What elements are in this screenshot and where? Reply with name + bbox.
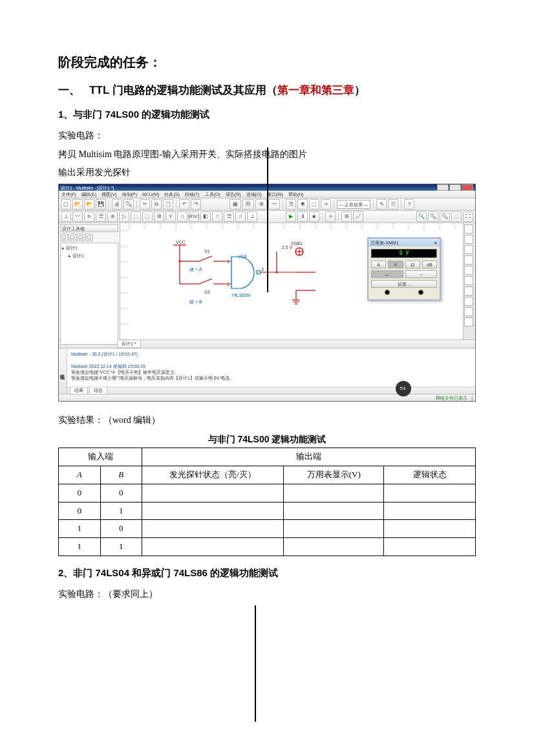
comp12-icon[interactable]: MSC [189, 211, 199, 222]
instr-icon[interactable] [464, 224, 473, 233]
menu-item[interactable]: 报告(R) [226, 191, 241, 198]
zoom-fit-icon[interactable]: 🔍 [440, 211, 450, 222]
meter-btn-ohm[interactable]: Ω [405, 261, 420, 268]
text-icon[interactable]: 田 [242, 199, 254, 210]
comp13-icon[interactable]: ◧ [200, 211, 211, 222]
comp11-icon[interactable]: ⎍ [177, 211, 187, 222]
open-icon[interactable]: 📂 [72, 199, 83, 210]
menu-item[interactable]: 绘制(P) [122, 191, 137, 198]
meter-terminal-minus[interactable] [418, 290, 423, 295]
menu-item[interactable]: 选项(O) [246, 191, 262, 198]
instr-icon[interactable] [464, 307, 473, 316]
tool2-icon[interactable]: ✱ [297, 199, 308, 210]
instr-icon[interactable] [464, 266, 473, 275]
tool3-icon[interactable]: ⬚ [309, 199, 319, 210]
menu-item[interactable]: 工具(O) [205, 191, 220, 198]
open2-icon[interactable]: 📂 [84, 199, 94, 210]
meter-titlebar[interactable]: 万用表-XMM1 ✕ [368, 239, 440, 246]
analysis-icon[interactable]: ⊞ [341, 211, 352, 222]
menu-item[interactable]: MCU(M) [142, 191, 159, 198]
stop-button[interactable]: ■ [309, 211, 319, 222]
menu-item[interactable]: 转移(T) [185, 191, 200, 198]
sb-icon[interactable]: ▢ [77, 233, 85, 241]
menu-item[interactable]: 视图(V) [101, 191, 116, 198]
meter-btn-dc[interactable]: — [371, 270, 403, 278]
save-icon[interactable]: 💾 [96, 199, 106, 210]
measure-icon[interactable]: ☷ [388, 199, 398, 210]
tree-root[interactable]: 设计1 [66, 246, 78, 250]
instr-icon[interactable] [464, 297, 473, 306]
new-icon[interactable]: ▢ [61, 199, 71, 210]
tree-child[interactable]: 设计1 [72, 254, 84, 258]
comp10-icon[interactable]: Y [166, 211, 176, 222]
paste-icon[interactable]: 📋 [163, 199, 173, 210]
redo-icon[interactable]: ↷ [191, 199, 201, 210]
meter-set-button[interactable]: 设置… [371, 280, 437, 288]
scope-icon[interactable]: 〰 [268, 199, 280, 210]
instr-icon[interactable] [464, 245, 473, 254]
comp4-icon[interactable]: ☰ [96, 211, 106, 222]
tool-icon[interactable]: ☰ [286, 199, 296, 210]
lower-tab-nets[interactable]: 综合 [89, 387, 107, 394]
menu-item[interactable]: 帮助(H) [288, 191, 304, 198]
comp6-icon[interactable]: ▷ [119, 211, 129, 222]
help-icon[interactable]: ? [404, 199, 414, 210]
instr-icon[interactable] [464, 255, 473, 265]
menu-item[interactable]: 仿真(S) [164, 191, 179, 198]
menu-item[interactable]: 编辑(E) [81, 191, 96, 198]
comp3-icon[interactable]: ⊳ [84, 211, 94, 222]
minimize-button[interactable] [437, 184, 449, 191]
meter-btn-a[interactable]: A [371, 261, 386, 268]
comp2-icon[interactable]: 〰 [72, 211, 83, 222]
sb-icon[interactable]: ▢ [69, 233, 76, 241]
maximize-button[interactable] [449, 184, 461, 191]
fullscreen-icon[interactable]: ⛶ [463, 211, 473, 222]
meter-btn-v[interactable]: V [388, 261, 403, 268]
sb-icon[interactable]: ▢ [60, 233, 68, 241]
close-button[interactable] [462, 184, 473, 191]
comp8-icon[interactable]: ⬚ [142, 211, 153, 222]
component-dropdown[interactable]: --- 正在使用 --- [337, 200, 370, 209]
tab-design1[interactable]: 设计1 * [117, 341, 141, 348]
probe-icon[interactable]: ✎ [376, 199, 387, 210]
zoom-in-icon[interactable]: 🔍 [416, 211, 427, 222]
comp17-icon[interactable]: ⊥ [247, 211, 257, 222]
copy-icon[interactable]: ⧉ [151, 199, 162, 210]
instr-icon[interactable] [464, 235, 473, 244]
comp15-icon[interactable]: ☰ [224, 211, 234, 222]
design-tree[interactable]: ▸ 设计1 ▸ 设计1 [60, 243, 118, 345]
grid-icon[interactable]: ⊞ [255, 199, 267, 210]
undo-icon[interactable]: ↶ [179, 199, 189, 210]
run-button[interactable]: ▶ [286, 211, 296, 222]
meter-btn-ac[interactable]: ~ [405, 270, 438, 278]
meter-terminal-plus[interactable] [385, 290, 390, 295]
zoom-area-icon[interactable]: ⬚ [451, 211, 462, 222]
menu-item[interactable]: 文件(F) [61, 191, 76, 198]
menu-item[interactable]: 窗口(W) [267, 191, 283, 198]
schematic-icon[interactable]: ▦ [230, 199, 241, 210]
cut-icon[interactable]: ✂ [140, 199, 150, 210]
meter-btn-db[interactable]: dB [422, 261, 437, 268]
instr-icon[interactable] [464, 286, 473, 296]
instr-icon[interactable] [464, 276, 473, 285]
print-icon[interactable]: 🖨 [112, 199, 122, 210]
comp14-icon[interactable]: ⎍ [212, 211, 222, 222]
comp1-icon[interactable]: ⊥ [61, 211, 71, 222]
zoom-out-icon[interactable]: 🔍 [428, 211, 438, 222]
graph-icon[interactable]: 📈 [353, 211, 363, 222]
comp9-icon[interactable]: ⊞ [154, 211, 164, 222]
lower-tab-results[interactable]: 结果 [70, 387, 88, 394]
preview-icon[interactable]: 🔍 [123, 199, 134, 210]
sb-icon[interactable]: ▢ [85, 233, 93, 241]
comp16-icon[interactable]: ⎍ [235, 211, 246, 222]
pause-button[interactable]: ⏸ [297, 211, 308, 222]
meter-close-icon[interactable]: ✕ [434, 239, 438, 246]
tool4-icon[interactable]: ⚛ [321, 199, 331, 210]
multimeter-window[interactable]: 万用表-XMM1 ✕ 0 V A V Ω dB [367, 237, 441, 301]
truth-table: 输入端 输出端 A B 发光探针状态（亮/灭） 万用表显示(V) 逻辑状态 0 … [58, 448, 476, 556]
comp7-icon[interactable]: ⬚ [131, 211, 141, 222]
interactive-icon[interactable]: ⚛ [325, 211, 336, 222]
comp5-icon[interactable]: ⊕ [107, 211, 118, 222]
schematic-canvas[interactable]: VCC S1 键 = A S2 [128, 230, 463, 340]
instr-icon[interactable] [464, 318, 473, 327]
